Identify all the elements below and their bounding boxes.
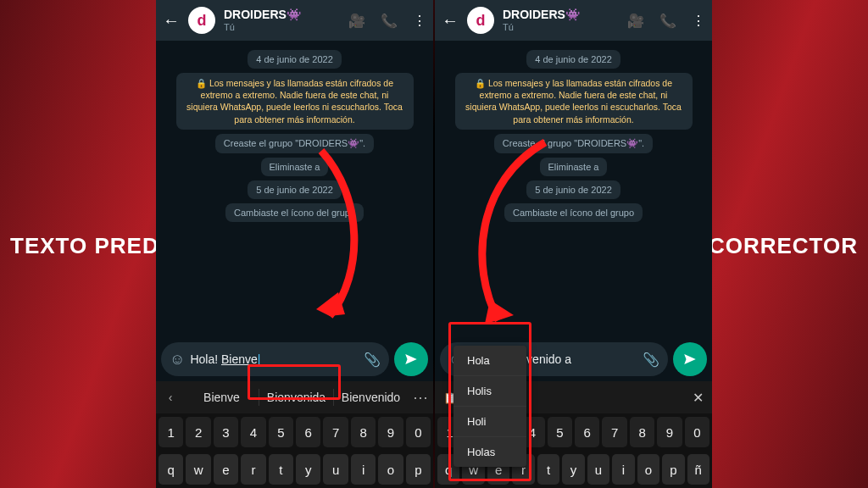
attach-icon[interactable]: 📎 [643,352,659,368]
key[interactable]: 7 [323,417,348,447]
key[interactable]: i [351,454,376,485]
chat-name: DROIDERS👾 [224,8,340,21]
close-icon[interactable]: ✕ [693,390,704,406]
avatar[interactable]: d [467,7,494,34]
keyboard: ‹ Bienve Bienvenida Bienvenido ⋯ 1 2 3 4… [156,381,433,488]
input-row: ☺ Hola! Bienve| 📎 [156,337,433,381]
kebab-icon[interactable]: ⋮ [413,13,426,29]
system-message-created: Creaste el grupo "DROIDERS👾". [215,134,374,153]
suggestion[interactable]: Bienve [185,391,259,404]
key[interactable]: q [159,454,183,485]
key[interactable]: y [296,454,320,485]
send-button[interactable] [394,342,428,376]
video-icon[interactable]: 🎥 [348,13,365,29]
key[interactable]: y [562,454,584,485]
key[interactable]: 3 [214,417,238,447]
system-message-icon: Cambiaste el ícono del grupo [504,203,643,222]
key[interactable]: t [269,454,293,485]
date-pill: 4 de junio de 2022 [248,50,342,69]
key[interactable]: r [241,454,265,485]
key[interactable]: t [537,454,559,485]
key-row-numbers: 1 2 3 4 5 6 7 8 9 0 [156,413,433,451]
chevron-left-icon[interactable]: ‹ [156,391,185,404]
key[interactable]: 8 [351,417,376,447]
date-pill: 4 de junio de 2022 [526,50,620,69]
message-input[interactable]: ☺ Hola! Bienve| 📎 [161,342,389,376]
chat-area: 4 de junio de 2022 🔒 Los mensajes y las … [156,41,433,337]
system-message-removed: Eliminaste a [261,158,329,176]
key[interactable]: 7 [602,417,626,447]
emoji-icon[interactable]: ☺ [170,351,185,369]
back-icon[interactable]: ← [442,11,459,30]
system-message-removed: Eliminaste a [540,158,608,176]
key[interactable]: 9 [378,417,403,447]
key[interactable]: 6 [296,417,320,447]
key[interactable]: 1 [159,417,183,447]
more-suggestions-icon[interactable]: ⋯ [408,388,433,407]
key[interactable]: 6 [575,417,599,447]
key[interactable]: w [186,454,210,485]
message-text: Hola! Bienve| [190,352,359,366]
key[interactable]: i [612,454,634,485]
phone-left: ← d DROIDERS👾 Tú 🎥 📞 ⋮ 4 de junio de 202… [156,0,433,488]
key[interactable]: 9 [657,417,682,447]
key[interactable]: u [587,454,609,485]
date-pill: 5 de junio de 2022 [248,180,342,199]
send-button[interactable] [673,342,707,376]
correction-option[interactable]: Holas [453,436,526,467]
key[interactable]: 5 [548,417,572,447]
attach-icon[interactable]: 📎 [364,352,381,368]
correction-option[interactable]: Hola [453,346,526,375]
key[interactable]: u [323,454,348,485]
key[interactable]: 0 [406,417,431,447]
autocorrect-popup: Hola Holis Holi Holas [453,346,526,467]
chat-header: ← d DROIDERS👾 Tú 🎥 📞 ⋮ [156,0,433,41]
encryption-notice[interactable]: 🔒 Los mensajes y las llamadas están cifr… [455,73,693,130]
system-message-created: Creaste el grupo "DROIDERS👾". [494,134,653,153]
key[interactable]: 0 [685,417,709,447]
chat-header: ← d DROIDERS👾 Tú 🎥 📞 ⋮ [435,0,712,41]
phone-icon[interactable]: 📞 [659,13,676,29]
chat-subtitle: Tú [224,22,340,32]
phone-right: ← d DROIDERS👾 Tú 🎥 📞 ⋮ 4 de junio de 202… [435,0,712,488]
key[interactable]: 4 [241,417,265,447]
suggestion[interactable]: Bienvenida [259,391,333,404]
chat-title-block[interactable]: DROIDERS👾 Tú [224,8,340,31]
kebab-icon[interactable]: ⋮ [692,13,705,29]
key[interactable]: o [637,454,659,485]
chat-area: 4 de junio de 2022 🔒 Los mensajes y las … [435,41,712,337]
key[interactable]: p [406,454,431,485]
date-pill: 5 de junio de 2022 [526,180,620,199]
key[interactable]: ñ [687,454,709,485]
correction-option[interactable]: Holi [453,406,526,436]
back-icon[interactable]: ← [163,11,180,30]
key[interactable]: o [378,454,403,485]
phone-icon[interactable]: 📞 [381,13,398,29]
key[interactable]: e [214,454,238,485]
key[interactable]: 5 [269,417,293,447]
chat-name: DROIDERS👾 [503,8,619,21]
suggestion[interactable]: Bienvenido [334,391,408,404]
system-message-icon: Cambiaste el ícono del grupo [225,203,364,222]
suggestion-bar: ‹ Bienve Bienvenida Bienvenido ⋯ [156,381,433,413]
encryption-notice[interactable]: 🔒 Los mensajes y las llamadas están cifr… [176,73,414,130]
key[interactable]: p [662,454,684,485]
key[interactable]: 8 [630,417,654,447]
avatar[interactable]: d [188,7,215,34]
video-icon[interactable]: 🎥 [627,13,644,29]
chat-title-block[interactable]: DROIDERS👾 Tú [503,8,619,31]
key[interactable]: 2 [186,417,210,447]
key-row-letters: q w e r t y u i o p [156,451,433,488]
chat-subtitle: Tú [503,22,619,32]
correction-option[interactable]: Holis [453,375,526,406]
